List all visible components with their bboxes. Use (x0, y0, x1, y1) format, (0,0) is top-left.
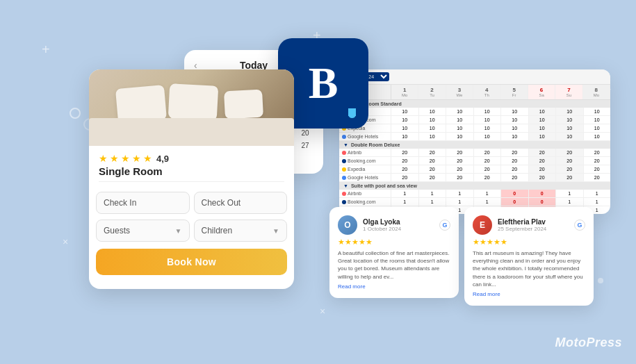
guests-select[interactable]: Guests ▼ (96, 220, 190, 242)
cal-day[interactable]: 20 (297, 127, 313, 139)
section-triple-header: ▼ Triple Room Standard (339, 100, 610, 108)
table-row: Expedia 20 20 20 20 20 20 20 20 (339, 165, 610, 174)
review-text-elef: This art museum is amazing! They have ev… (473, 249, 585, 288)
checkin-field[interactable]: Check In (96, 192, 190, 214)
read-more-olga[interactable]: Read more (338, 283, 450, 290)
hotel-stars: ★ ★ ★ ★ ★ 4,9 (99, 153, 284, 164)
children-select[interactable]: Children ▼ (194, 220, 288, 242)
table-row: Airbnb 20 20 20 20 20 20 20 20 (339, 149, 610, 157)
section-double-header: ▼ Double Room Deluxe (339, 141, 610, 149)
date-col-5: 5Fr (501, 85, 528, 99)
star-2: ★ (110, 153, 119, 164)
avatar-olga: O (338, 215, 357, 235)
svg-point-0 (348, 110, 356, 118)
star-5: ★ (143, 153, 152, 164)
cal-day[interactable]: 27 (297, 140, 313, 151)
date-col-4: 4Th (473, 85, 500, 99)
google-icon-elef: G (574, 220, 585, 231)
channel-manager-card: 01/07/2024 1Mo 2Tu 3We 4Th 5Fr 6Sa 7Su 8… (339, 69, 610, 214)
table-row: Google Hotels 20 20 20 20 20 20 20 20 (339, 174, 610, 182)
date-col-2: 2Tu (418, 85, 446, 99)
section-suite-header: ▼ Suite with pool and sea view (339, 182, 610, 190)
booking-form: Check In Check Out Guests ▼ Children ▼ B… (89, 192, 294, 275)
motopress-logo: MotoPress (555, 336, 622, 350)
read-more-elef[interactable]: Read more (473, 291, 585, 297)
review-stars-olga: ★★★★★ (338, 238, 450, 247)
star-1: ★ (99, 153, 108, 164)
hotel-name: Single Room (99, 165, 284, 177)
hotel-booking-card: ★ ★ ★ ★ ★ 4,9 Single Room Check In Check… (89, 69, 294, 289)
reviewer-name-elef: Eleftheria Plav (498, 218, 569, 226)
review-card-olga: O Olga Lyoka 1 October 2024 G ★★★★★ A be… (329, 207, 459, 298)
review-text-olga: A beautiful collection of fine art maste… (338, 249, 450, 281)
reviewer-name-olga: Olga Lyoka (363, 218, 434, 226)
hotel-rating: 4,9 (156, 154, 169, 164)
main-scene: + + + × × ★ ★ ★ ★ ★ 4,9 Single (0, 0, 636, 364)
star-4: ★ (132, 153, 141, 164)
table-row: Booking.com 20 20 20 20 20 20 20 20 (339, 157, 610, 165)
table-row: Expedia 10 10 10 10 10 10 10 10 (339, 124, 610, 133)
review-card-elef: E Eleftheria Plav 25 September 2024 G ★★… (464, 207, 594, 306)
avatar-elef: E (473, 215, 492, 235)
table-row: Airbnb 10 10 10 10 10 10 10 10 (339, 108, 610, 116)
hotel-divider (99, 181, 284, 182)
children-label: Children (202, 226, 233, 235)
guests-label: Guests (104, 226, 130, 235)
booking-letter: B (309, 61, 339, 106)
date-col-1: 1Mo (391, 85, 418, 99)
review-header-elef: E Eleftheria Plav 25 September 2024 G (473, 215, 585, 235)
date-col-6: 6Sa (528, 85, 555, 99)
reviewer-date-olga: 1 October 2024 (363, 226, 434, 232)
booking-dot (348, 108, 356, 116)
checkout-field[interactable]: Check Out (194, 192, 288, 214)
table-row: Google Hotels 10 10 10 10 10 10 10 10 (339, 133, 610, 141)
guests-chevron-icon: ▼ (175, 227, 182, 235)
date-row: Check In Check Out (96, 192, 287, 214)
date-col-8: 8Mo (583, 85, 610, 99)
table-row: Booking.com 10 10 10 10 10 10 10 10 (339, 116, 610, 124)
date-col-7: 7Su (555, 85, 582, 99)
google-icon-olga: G (439, 220, 450, 231)
review-stars-elef: ★★★★★ (473, 238, 585, 247)
table-row: Airbnb 1 1 1 1 0 0 1 1 (339, 190, 610, 198)
star-3: ★ (121, 153, 130, 164)
table-row: Booking.com 1 1 1 1 0 0 1 1 (339, 198, 610, 206)
cal-day (297, 152, 313, 164)
guests-row: Guests ▼ Children ▼ (96, 220, 287, 242)
book-now-button[interactable]: Book Now (96, 249, 287, 275)
review-header-olga: O Olga Lyoka 1 October 2024 G (338, 215, 450, 235)
reviewer-date-elef: 25 September 2024 (498, 226, 569, 232)
children-chevron-icon: ▼ (272, 227, 279, 235)
date-col-3: 3We (446, 85, 473, 99)
hotel-image (89, 69, 294, 146)
